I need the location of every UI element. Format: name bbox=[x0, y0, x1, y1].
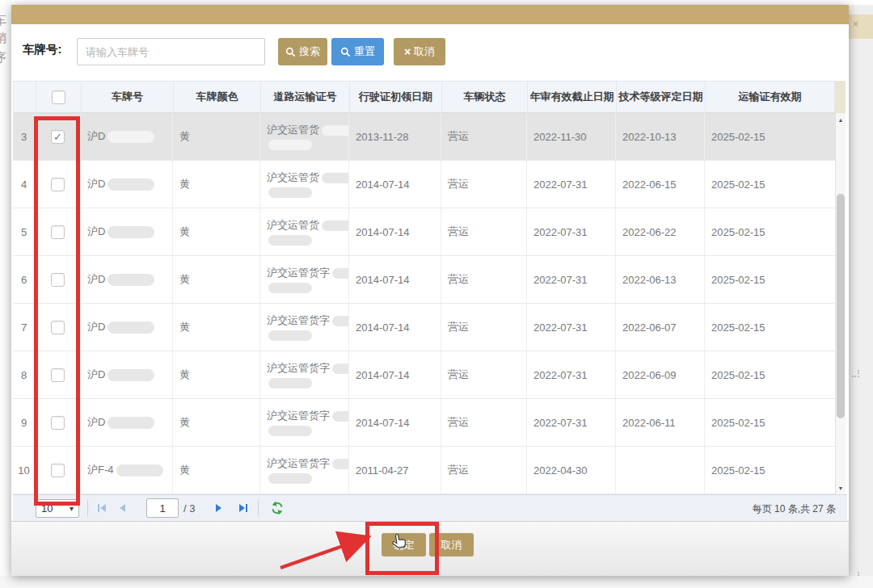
row-checkbox[interactable] bbox=[51, 416, 65, 430]
vehicle-status-cell: 营运 bbox=[441, 351, 527, 398]
license-date-cell: 2013-11-28 bbox=[349, 113, 441, 160]
last-page-button[interactable] bbox=[236, 502, 249, 514]
divider bbox=[87, 500, 88, 516]
plate-color-cell: 黄 bbox=[173, 399, 260, 446]
transport-valid-cell: 2025-02-15 bbox=[705, 113, 835, 160]
license-date-cell: 2014-07-14 bbox=[349, 161, 441, 208]
row-checkbox[interactable] bbox=[51, 464, 65, 477]
transport-valid-cell: 2025-02-15 bbox=[705, 256, 835, 303]
redacted-blur bbox=[108, 226, 154, 238]
row-checkbox[interactable] bbox=[51, 321, 65, 334]
column-header: 行驶证初领日期 bbox=[350, 82, 442, 112]
transport-valid-cell: 2025-02-15 bbox=[705, 161, 835, 208]
confirm-button[interactable]: 确定 bbox=[382, 533, 426, 556]
row-checkbox[interactable]: ✓ bbox=[51, 130, 65, 144]
plate-number-cell: 沪D bbox=[81, 161, 173, 208]
license-date-cell: 2011-04-27 bbox=[349, 447, 441, 494]
table-body: 3 ✓ 沪D 黄 沪交运管货 2013-11-28 营运 2022-11-30 … bbox=[13, 113, 835, 494]
plate-color-cell: 黄 bbox=[173, 351, 260, 398]
vehicle-status-cell: 营运 bbox=[441, 161, 527, 208]
transport-cert-cell: 沪交运管货字 bbox=[260, 447, 349, 494]
row-checkbox[interactable] bbox=[51, 225, 65, 239]
transport-cert-cell: 沪交运管货字 bbox=[260, 256, 349, 303]
redacted-blur bbox=[268, 330, 312, 341]
column-header: 车牌颜色 bbox=[174, 82, 261, 112]
row-checkbox[interactable] bbox=[51, 273, 65, 287]
tech-rating-date-cell: 2022-06-13 bbox=[616, 256, 705, 303]
dialog-titlebar bbox=[11, 5, 849, 24]
row-checkbox[interactable] bbox=[51, 368, 65, 382]
scroll-up-arrow-icon[interactable]: ▲ bbox=[836, 114, 846, 125]
search-icon bbox=[340, 47, 351, 57]
license-date-cell: 2014-07-14 bbox=[349, 304, 441, 351]
divider bbox=[258, 500, 259, 516]
plate-color-cell: 黄 bbox=[173, 113, 260, 160]
select-all-cell bbox=[36, 82, 82, 112]
license-date-cell: 2014-07-14 bbox=[349, 351, 441, 398]
annual-due-cell: 2022-07-31 bbox=[527, 351, 616, 398]
dialog-footer: 确定 取消 bbox=[11, 521, 849, 576]
cancel-search-button[interactable]: × 取消 bbox=[394, 38, 445, 65]
row-number: 6 bbox=[13, 256, 36, 303]
vehicle-select-dialog: 车牌号: 搜索 重置 × 取消 车牌号车牌颜色道路运输证号行驶证初领日期车辆状态… bbox=[11, 5, 849, 576]
table-row[interactable]: 8 沪D 黄 沪交运管货字 2014-07-14 营运 2022-07-31 2… bbox=[13, 351, 835, 399]
redacted-blur bbox=[108, 369, 154, 381]
cancel-button[interactable]: 取消 bbox=[429, 533, 474, 556]
resize-grip-icon bbox=[852, 370, 859, 377]
plate-number-cell: 沪D bbox=[81, 304, 173, 351]
row-number: 7 bbox=[13, 304, 36, 351]
background-text: 车 bbox=[0, 13, 6, 28]
row-number-header bbox=[14, 82, 36, 112]
redacted-blur bbox=[268, 283, 312, 293]
search-button[interactable]: 搜索 bbox=[278, 38, 327, 65]
plate-number-cell: 沪D bbox=[81, 351, 173, 398]
column-header: 运输证有效期 bbox=[706, 82, 834, 112]
column-header: 道路运输证号 bbox=[261, 82, 350, 112]
license-date-cell: 2014-07-14 bbox=[349, 208, 441, 255]
total-pages-label: / 3 bbox=[183, 502, 195, 514]
prev-page-button[interactable] bbox=[116, 502, 129, 514]
plate-number-cell: 沪D bbox=[81, 399, 173, 446]
row-checkbox-cell bbox=[36, 351, 81, 398]
redacted-blur bbox=[268, 473, 312, 484]
plate-number-input[interactable] bbox=[77, 38, 265, 65]
page-number-input[interactable] bbox=[146, 498, 179, 518]
plate-number-label: 车牌号: bbox=[23, 42, 61, 57]
page-size-select[interactable]: 10 ▾ bbox=[36, 499, 79, 518]
transport-cert-cell: 沪交运管货字 bbox=[260, 304, 349, 351]
table-row[interactable]: 6 沪D 黄 沪交运管货字 2014-07-14 营运 2022-07-31 2… bbox=[13, 256, 835, 304]
column-header: 技术等级评定日期 bbox=[617, 82, 706, 112]
table-row[interactable]: 10 沪F-4 黄 沪交运管货字 2011-04-27 营运 2022-04-3… bbox=[13, 447, 835, 494]
tech-rating-date-cell bbox=[616, 447, 705, 494]
scrollbar-thumb[interactable] bbox=[837, 194, 845, 418]
row-checkbox-cell bbox=[36, 161, 81, 208]
plate-number-cell: 沪D bbox=[81, 208, 173, 255]
redacted-blur bbox=[108, 321, 154, 334]
table-row[interactable]: 4 沪D 黄 沪交运管货 2014-07-14 营运 2022-07-31 20… bbox=[13, 161, 835, 208]
reset-button[interactable]: 重置 bbox=[331, 38, 384, 65]
scroll-down-arrow-icon[interactable]: ▼ bbox=[836, 482, 846, 494]
table-scrollbar[interactable]: ▲ ▼ bbox=[835, 113, 846, 494]
vehicle-status-cell: 营运 bbox=[441, 399, 527, 446]
plate-color-cell: 黄 bbox=[173, 256, 260, 303]
redacted-blur bbox=[332, 459, 349, 469]
table-row[interactable]: 7 沪D 黄 沪交运管货字 2014-07-14 营运 2022-07-31 2… bbox=[13, 304, 835, 351]
annual-due-cell: 2022-07-31 bbox=[527, 161, 616, 208]
vehicle-status-cell: 营运 bbox=[441, 256, 527, 303]
select-all-checkbox[interactable] bbox=[52, 90, 65, 104]
tech-rating-date-cell: 2022-06-22 bbox=[616, 208, 705, 255]
background-text: 销 bbox=[0, 31, 6, 46]
row-number: 3 bbox=[13, 113, 36, 160]
row-checkbox[interactable] bbox=[51, 178, 65, 191]
plate-color-cell: 黄 bbox=[173, 161, 260, 208]
table-row[interactable]: 9 沪D 黄 沪交运管货字 2014-07-14 营运 2022-07-31 2… bbox=[13, 399, 835, 447]
plate-color-cell: 黄 bbox=[173, 304, 260, 351]
first-page-button[interactable] bbox=[96, 502, 109, 514]
transport-cert-cell: 沪交运管货字 bbox=[260, 399, 349, 446]
transport-valid-cell: 2025-02-15 bbox=[705, 399, 835, 446]
table-row[interactable]: 5 沪D 黄 沪交运管货 2014-07-14 营运 2022-07-31 20… bbox=[13, 208, 835, 256]
faded-close-icon: × bbox=[849, 15, 873, 39]
next-page-button[interactable] bbox=[212, 502, 225, 514]
table-row[interactable]: 3 ✓ 沪D 黄 沪交运管货 2013-11-28 营运 2022-11-30 … bbox=[13, 113, 835, 161]
refresh-icon[interactable] bbox=[270, 501, 285, 515]
